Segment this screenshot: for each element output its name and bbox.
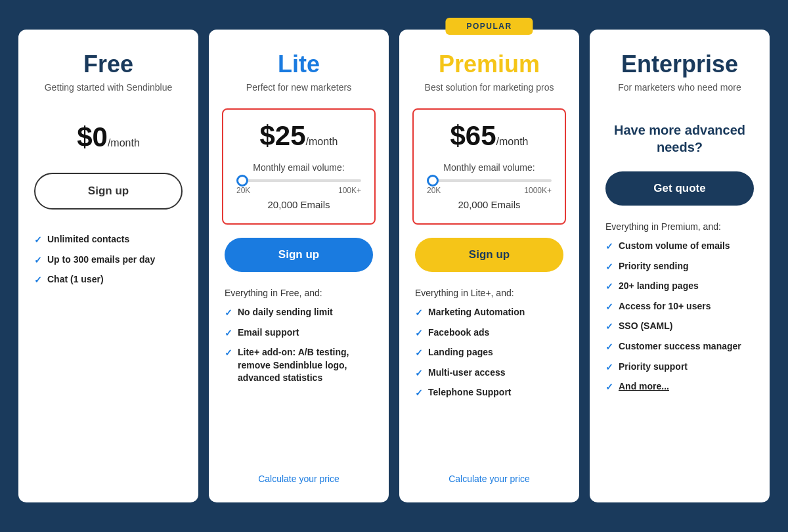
email-volume-label-premium: Monthly email volume: — [424, 162, 554, 173]
plan-subtitle-enterprise: For marketers who need more — [605, 82, 754, 93]
slider-track-premium — [427, 179, 552, 182]
plan-card-free: FreeGetting started with Sendinblue $0/m… — [18, 30, 198, 502]
emails-count-lite: 20,000 Emails — [234, 199, 364, 210]
feature-text: Access for 10+ users — [619, 300, 711, 313]
feature-text: Chat (1 user) — [47, 273, 104, 286]
cta-button-free[interactable]: Sign up — [34, 173, 183, 210]
slider-track-lite — [236, 179, 361, 182]
slider-thumb-lite[interactable] — [236, 175, 248, 187]
cta-button-premium[interactable]: Sign up — [415, 238, 563, 272]
feature-item: ✓Chat (1 user) — [34, 273, 183, 287]
feature-text: Multi-user access — [428, 366, 506, 380]
feature-text: Custom volume of emails — [619, 240, 730, 253]
check-icon: ✓ — [605, 381, 613, 394]
feature-item: ✓Priority sending — [605, 260, 754, 274]
feature-item: ✓Email support — [225, 326, 373, 340]
check-icon: ✓ — [605, 240, 613, 254]
check-icon: ✓ — [225, 327, 232, 340]
feature-text: Landing pages — [428, 346, 493, 359]
price-slider-box-lite: $25/month Monthly email volume: 20K 100K… — [222, 108, 376, 225]
feature-text: Facebook ads — [428, 326, 489, 340]
feature-item: ✓Access for 10+ users — [605, 300, 754, 314]
check-icon: ✓ — [34, 234, 42, 247]
feature-item: ✓Lite+ add-on: A/B testing, remove Sendi… — [225, 346, 373, 385]
price-slider-box-premium: $65/month Monthly email volume: 20K 1000… — [412, 108, 566, 225]
everything-label-premium: Everything in Lite+, and: — [415, 288, 563, 298]
cta-button-enterprise[interactable]: Get quote — [605, 171, 754, 206]
plan-subtitle-free: Getting started with Sendinblue — [34, 82, 183, 93]
feature-text: Customer success manager — [619, 340, 741, 353]
check-icon: ✓ — [605, 361, 613, 374]
price-period-lite: /month — [306, 136, 338, 147]
calculate-link-premium[interactable]: Calculate your price — [415, 463, 563, 484]
feature-item: ✓Unlimited contacts — [34, 233, 183, 247]
feature-text: Telephone Support — [428, 386, 512, 399]
slider-min-premium: 20K — [427, 186, 441, 195]
feature-item: ✓And more... — [605, 380, 754, 394]
feature-item: ✓Facebook ads — [415, 326, 563, 340]
price-amount-premium: $65 — [450, 120, 496, 151]
email-volume-label-lite: Monthly email volume: — [234, 162, 364, 173]
cta-button-lite[interactable]: Sign up — [225, 238, 373, 272]
plan-card-enterprise: EnterpriseFor marketers who need moreHav… — [590, 30, 770, 502]
check-icon: ✓ — [34, 254, 42, 267]
check-icon: ✓ — [415, 387, 423, 400]
features-list-lite: ✓No daily sending limit✓Email support✓Li… — [225, 306, 373, 463]
feature-item: ✓20+ landing pages — [605, 280, 754, 294]
everything-label-lite: Everything in Free, and: — [225, 288, 373, 298]
plan-name-free: Free — [34, 51, 183, 78]
everything-label-enterprise: Everything in Premium, and: — [605, 221, 754, 232]
slider-labels-premium: 20K 1000K+ — [427, 186, 552, 195]
feature-item: ✓SSO (SAML) — [605, 320, 754, 334]
feature-text: Priority support — [619, 361, 688, 374]
check-icon: ✓ — [415, 347, 423, 360]
features-list-free: ✓Unlimited contacts✓Up to 300 emails per… — [34, 233, 183, 484]
feature-text: Priority sending — [619, 260, 689, 273]
check-icon: ✓ — [605, 301, 613, 314]
plan-name-lite: Lite — [225, 51, 373, 78]
feature-item: ✓Custom volume of emails — [605, 240, 754, 254]
plan-card-premium: POPULARPremiumBest solution for marketin… — [399, 30, 579, 502]
price-box-premium: $65/month — [424, 120, 554, 152]
free-price-section: $0/month — [34, 122, 183, 153]
check-icon: ✓ — [225, 347, 232, 360]
features-list-premium: ✓Marketing Automation✓Facebook ads✓Landi… — [415, 306, 563, 463]
plan-subtitle-premium: Best solution for marketing pros — [415, 82, 563, 93]
feature-text: Marketing Automation — [428, 306, 525, 319]
feature-item: ✓Priority support — [605, 361, 754, 374]
price-box-lite: $25/month — [234, 120, 364, 152]
slider-min-lite: 20K — [236, 186, 250, 195]
check-icon: ✓ — [605, 261, 613, 274]
feature-text: Up to 300 emails per day — [47, 254, 155, 267]
check-icon: ✓ — [605, 341, 613, 354]
feature-text: No daily sending limit — [238, 306, 333, 319]
slider-container-lite[interactable]: 20K 100K+ — [234, 179, 364, 195]
check-icon: ✓ — [605, 280, 613, 294]
plan-card-lite: LitePerfect for new marketers $25/month … — [209, 30, 389, 502]
check-icon: ✓ — [415, 327, 423, 340]
price-period-premium: /month — [496, 136, 529, 147]
check-icon: ✓ — [605, 321, 613, 334]
check-icon: ✓ — [34, 274, 42, 287]
pricing-container: FreeGetting started with Sendinblue $0/m… — [13, 30, 775, 502]
price-amount-lite: $25 — [260, 120, 306, 151]
feature-item: ✓Multi-user access — [415, 366, 563, 380]
feature-text: Email support — [238, 326, 299, 340]
slider-max-premium: 1000K+ — [524, 186, 552, 195]
calculate-link-lite[interactable]: Calculate your price — [225, 463, 373, 484]
check-icon: ✓ — [225, 307, 232, 320]
feature-item: ✓Telephone Support — [415, 386, 563, 400]
plan-subtitle-lite: Perfect for new marketers — [225, 82, 373, 93]
feature-item: ✓Marketing Automation — [415, 306, 563, 320]
check-icon: ✓ — [415, 307, 423, 320]
slider-max-lite: 100K+ — [338, 186, 361, 195]
features-list-enterprise: ✓Custom volume of emails✓Priority sendin… — [605, 240, 754, 484]
feature-text: Lite+ add-on: A/B testing, remove Sendin… — [238, 346, 373, 385]
feature-text: 20+ landing pages — [619, 280, 699, 293]
feature-text: Unlimited contacts — [47, 233, 129, 246]
slider-container-premium[interactable]: 20K 1000K+ — [424, 179, 554, 195]
feature-item: ✓Up to 300 emails per day — [34, 254, 183, 267]
price-period-free: /month — [108, 137, 140, 148]
slider-thumb-premium[interactable] — [427, 175, 439, 187]
feature-item: ✓Landing pages — [415, 346, 563, 360]
